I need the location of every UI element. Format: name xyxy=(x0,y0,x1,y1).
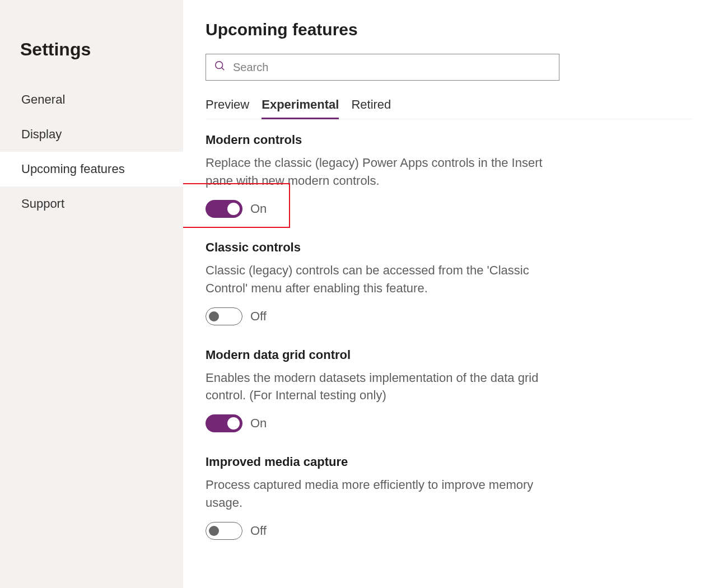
page-title: Upcoming features xyxy=(206,20,692,39)
sidebar-item-general[interactable]: General xyxy=(0,82,183,117)
toggle-improved-media-capture[interactable] xyxy=(206,522,242,540)
svg-line-1 xyxy=(222,68,225,71)
tabs: Preview Experimental Retired xyxy=(206,97,692,119)
toggle-row: Off xyxy=(206,307,564,325)
feature-improved-media-capture: Improved media capture Process captured … xyxy=(206,455,564,540)
feature-description: Classic (legacy) controls can be accesse… xyxy=(206,262,564,297)
settings-sidebar: Settings General Display Upcoming featur… xyxy=(0,0,183,588)
sidebar-item-display[interactable]: Display xyxy=(0,117,183,152)
sidebar-title: Settings xyxy=(0,28,183,82)
toggle-state-label: Off xyxy=(250,309,267,324)
tab-retired[interactable]: Retired xyxy=(351,97,391,119)
search-icon xyxy=(214,60,226,74)
feature-title: Classic controls xyxy=(206,240,564,255)
toggle-row: On xyxy=(206,414,564,432)
feature-description: Process captured media more efficiently … xyxy=(206,476,564,512)
feature-description: Replace the classic (legacy) Power Apps … xyxy=(206,154,564,190)
svg-point-0 xyxy=(216,62,223,69)
feature-title: Improved media capture xyxy=(206,455,564,469)
tab-preview[interactable]: Preview xyxy=(206,97,249,119)
search-input[interactable] xyxy=(233,61,551,74)
search-container[interactable] xyxy=(206,54,559,81)
toggle-state-label: On xyxy=(250,416,267,431)
toggle-classic-controls[interactable] xyxy=(206,307,242,325)
feature-classic-controls: Classic controls Classic (legacy) contro… xyxy=(206,240,564,325)
tab-experimental[interactable]: Experimental xyxy=(262,97,339,119)
toggle-state-label: On xyxy=(250,202,267,216)
toggle-modern-data-grid[interactable] xyxy=(206,414,242,432)
main-content: Upcoming features Preview Experimental R… xyxy=(183,0,714,588)
toggle-knob xyxy=(209,526,219,536)
toggle-knob xyxy=(227,203,240,215)
feature-modern-controls: Modern controls Replace the classic (leg… xyxy=(206,133,564,218)
feature-title: Modern controls xyxy=(206,133,564,147)
sidebar-item-upcoming-features[interactable]: Upcoming features xyxy=(0,152,183,186)
toggle-knob xyxy=(227,417,240,430)
toggle-knob xyxy=(209,311,219,321)
sidebar-item-support[interactable]: Support xyxy=(0,186,183,221)
toggle-state-label: Off xyxy=(250,524,267,538)
toggle-modern-controls[interactable] xyxy=(206,200,242,218)
toggle-row: Off xyxy=(206,522,564,540)
feature-description: Enables the modern datasets implementati… xyxy=(206,369,564,405)
toggle-row: On xyxy=(206,200,564,218)
feature-title: Modern data grid control xyxy=(206,348,564,362)
feature-modern-data-grid: Modern data grid control Enables the mod… xyxy=(206,348,564,433)
